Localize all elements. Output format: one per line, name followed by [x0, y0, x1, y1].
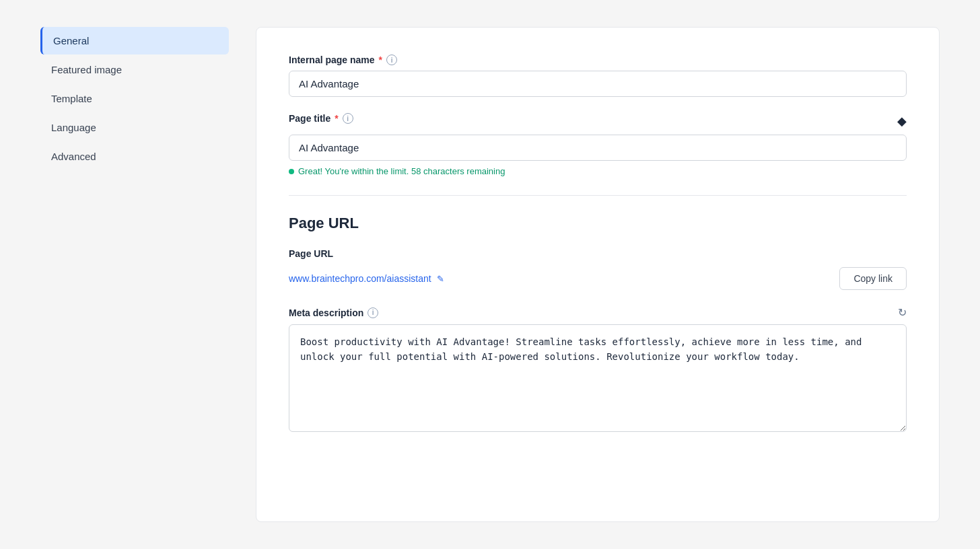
ai-diamond-icon[interactable]: ◆: [897, 114, 907, 129]
refresh-meta-icon[interactable]: ↻: [898, 306, 907, 319]
internal-page-name-info-icon[interactable]: i: [386, 54, 397, 65]
page-url-label: Page URL: [289, 248, 907, 259]
validation-dot: [289, 169, 294, 174]
page-title-header-row: Page title * i ◆: [289, 113, 907, 129]
internal-page-name-section: Internal page name * i: [289, 54, 907, 97]
sidebar-item-featured-image[interactable]: Featured image: [40, 56, 229, 83]
required-star: *: [379, 54, 382, 65]
page-url-link[interactable]: www.braintechpro.com/aiassistant: [289, 273, 431, 284]
meta-description-header-row: Meta description i ↻: [289, 306, 907, 319]
internal-page-name-input[interactable]: [289, 71, 907, 97]
page-url-heading: Page URL: [289, 215, 907, 232]
page-title-input[interactable]: [289, 135, 907, 161]
page-url-section: Page URL Page URL www.braintechpro.com/a…: [289, 215, 907, 290]
sidebar-item-template[interactable]: Template: [40, 85, 229, 112]
page-title-info-icon[interactable]: i: [343, 113, 353, 124]
page-title-label: Page title * i: [289, 113, 353, 124]
sidebar-item-advanced[interactable]: Advanced: [40, 143, 229, 170]
meta-description-info-icon[interactable]: i: [368, 307, 378, 318]
page-title-section: Page title * i ◆ Great! You're within th…: [289, 113, 907, 176]
url-row: www.braintechpro.com/aiassistant ✎ Copy …: [289, 267, 907, 290]
meta-description-section: Meta description i ↻: [289, 306, 907, 435]
sidebar-item-general[interactable]: General: [40, 27, 229, 54]
page-title-required-star: *: [335, 113, 338, 124]
meta-description-textarea[interactable]: [289, 324, 907, 432]
copy-link-button[interactable]: Copy link: [839, 267, 907, 290]
edit-url-icon[interactable]: ✎: [437, 274, 444, 284]
validation-message: Great! You're within the limit. 58 chara…: [289, 166, 907, 176]
section-divider: [289, 195, 907, 196]
main-content: Internal page name * i Page title * i ◆ …: [256, 27, 940, 522]
url-link-group: www.braintechpro.com/aiassistant ✎: [289, 273, 444, 284]
sidebar-item-language[interactable]: Language: [40, 114, 229, 141]
sidebar: General Featured image Template Language…: [40, 27, 229, 522]
internal-page-name-label: Internal page name * i: [289, 54, 907, 65]
meta-description-label: Meta description i: [289, 307, 378, 318]
